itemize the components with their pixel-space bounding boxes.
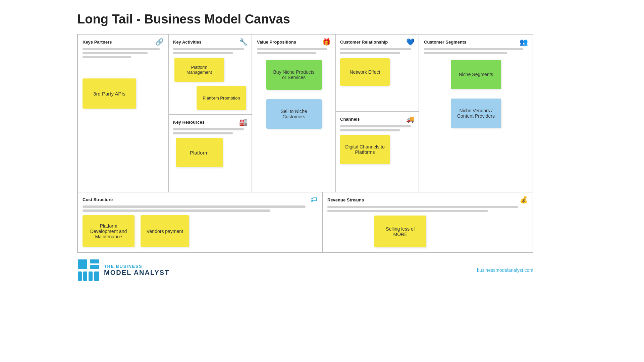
cost-icon: 🏷 bbox=[311, 196, 317, 203]
customer-rel-col: Customer Relationship 💙 Network Effect bbox=[336, 35, 419, 192]
line bbox=[173, 132, 233, 134]
key-resources-lines bbox=[173, 128, 248, 134]
keys-partners-title: Keys Partners bbox=[83, 40, 112, 45]
cost-structure-header: Cost Structure 🏷 bbox=[83, 196, 317, 203]
customer-rel-icon: 💙 bbox=[406, 38, 415, 46]
svg-rect-4 bbox=[83, 272, 87, 281]
svg-rect-0 bbox=[78, 259, 87, 269]
activities-icon: 🔧 bbox=[239, 38, 248, 46]
note-platform: Platform bbox=[176, 138, 223, 167]
cost-structure-cell: Cost Structure 🏷 Platform Development an… bbox=[78, 192, 323, 252]
svg-rect-1 bbox=[90, 259, 99, 263]
value-propositions-header: Value Propositions 🎁 bbox=[257, 38, 331, 46]
customer-rel-title: Customer Relationship bbox=[340, 40, 388, 45]
partners-icon: 🔗 bbox=[155, 38, 164, 46]
line bbox=[327, 210, 488, 212]
svg-rect-3 bbox=[78, 272, 82, 281]
note-digital-channels: Digital Channels to Platforms bbox=[340, 135, 390, 164]
cost-structure-lines bbox=[83, 205, 317, 212]
note-niche-vendors: Niche Vendors / Content Providers bbox=[451, 99, 501, 128]
channels-icon: 🚚 bbox=[406, 115, 415, 123]
note-selling-less: Selling less of MORE bbox=[374, 216, 426, 247]
line bbox=[424, 52, 507, 54]
revenue-streams-header: Revenue Streams 💰 bbox=[327, 196, 528, 204]
note-platform-management: Platform Management bbox=[174, 58, 224, 82]
customer-segments-notes: Niche Segments Niche Vendors / Content P… bbox=[424, 60, 528, 128]
svg-rect-6 bbox=[94, 272, 99, 281]
note-niche-segments: Niche Segments bbox=[451, 60, 501, 89]
note-sell-niche: Sell to Niche Customers bbox=[266, 99, 322, 129]
channels-header: Channels 🚚 bbox=[340, 115, 415, 123]
keys-partners-lines bbox=[83, 48, 164, 58]
svg-rect-5 bbox=[89, 272, 93, 281]
customer-rel-lines bbox=[340, 48, 415, 54]
key-resources-header: Key Resources 🏭 bbox=[173, 118, 248, 126]
line bbox=[83, 209, 270, 212]
key-activities-col: Key Activities 🔧 Platform Management bbox=[169, 35, 252, 192]
canvas-grid: Keys Partners 🔗 3rd Party APIs bbox=[78, 35, 533, 252]
key-activities-header: Key Activities 🔧 bbox=[173, 38, 248, 46]
cost-structure-notes: Platform Development and Maintenance Ven… bbox=[83, 215, 317, 247]
note-3rd-party-apis: 3rd Party APIs bbox=[83, 78, 136, 109]
customer-rel-header: Customer Relationship 💙 bbox=[340, 38, 415, 46]
revenue-streams-lines bbox=[327, 206, 528, 212]
note-platform-dev: Platform Development and Maintenance bbox=[83, 215, 135, 247]
logo-line2: MODEL ANALYST bbox=[104, 269, 169, 277]
customer-rel-notes: Network Effect bbox=[340, 58, 415, 86]
key-activities-notes: Platform Management Platform Promotion bbox=[173, 58, 248, 110]
line bbox=[257, 52, 316, 54]
line bbox=[327, 206, 518, 208]
svg-rect-2 bbox=[90, 265, 99, 269]
line bbox=[257, 48, 327, 50]
customer-segments-title: Customer Segments bbox=[424, 40, 466, 45]
line bbox=[83, 48, 160, 50]
cost-structure-title: Cost Structure bbox=[83, 197, 113, 202]
note-platform-promotion: Platform Promotion bbox=[197, 86, 246, 110]
line bbox=[83, 56, 131, 58]
line bbox=[173, 52, 233, 54]
key-activities-title: Key Activities bbox=[173, 40, 202, 45]
line bbox=[340, 125, 411, 127]
revenue-streams-cell: Revenue Streams 💰 Selling less of MORE bbox=[323, 192, 533, 252]
note-network-effect: Network Effect bbox=[340, 58, 390, 86]
line bbox=[173, 128, 244, 130]
customer-segments-lines bbox=[424, 48, 528, 54]
keys-partners-header: Keys Partners 🔗 bbox=[83, 38, 164, 46]
customer-segments-cell: Customer Segments 👥 Niche Segments Niche… bbox=[419, 35, 533, 192]
line bbox=[340, 52, 400, 54]
line bbox=[424, 48, 523, 50]
footer: THE BUSINESS MODEL ANALYST businessmodel… bbox=[77, 259, 533, 282]
value-propositions-title: Value Propositions bbox=[257, 40, 296, 45]
value-icon: 🎁 bbox=[322, 38, 331, 46]
line bbox=[340, 129, 400, 131]
line bbox=[83, 52, 148, 54]
value-propositions-cell: Value Propositions 🎁 Buy Niche Products … bbox=[252, 35, 336, 192]
customer-rel-top: Customer Relationship 💙 Network Effect bbox=[336, 35, 419, 112]
line bbox=[340, 48, 411, 50]
key-resources-bottom: Key Resources 🏭 Platform bbox=[169, 115, 252, 192]
page-title: Long Tail - Business Model Canvas bbox=[77, 12, 567, 26]
value-propositions-lines bbox=[257, 48, 331, 54]
note-vendors-payment: Vendors payment bbox=[141, 215, 189, 247]
key-activities-lines bbox=[173, 48, 248, 54]
footer-url: businessmodelanalyst.com bbox=[477, 267, 533, 273]
key-resources-title: Key Resources bbox=[173, 120, 205, 125]
value-propositions-notes: Buy Niche Products or Services Sell to N… bbox=[257, 60, 331, 129]
keys-partners-cell: Keys Partners 🔗 3rd Party APIs bbox=[78, 35, 169, 192]
channels-notes: Digital Channels to Platforms bbox=[340, 135, 415, 164]
key-resources-notes: Platform bbox=[173, 138, 248, 167]
top-row: Keys Partners 🔗 3rd Party APIs bbox=[78, 35, 533, 192]
logo-text-block: THE BUSINESS MODEL ANALYST bbox=[104, 264, 169, 277]
customer-segments-icon: 👥 bbox=[520, 38, 528, 46]
logo-line1: THE BUSINESS bbox=[104, 264, 169, 269]
revenue-streams-notes: Selling less of MORE bbox=[374, 216, 528, 247]
key-activities-top: Key Activities 🔧 Platform Management bbox=[169, 35, 252, 115]
canvas: Keys Partners 🔗 3rd Party APIs bbox=[77, 34, 533, 253]
footer-logo: THE BUSINESS MODEL ANALYST bbox=[77, 259, 169, 282]
partners-notes: 3rd Party APIs bbox=[83, 78, 164, 109]
logo-icon bbox=[77, 259, 100, 282]
revenue-icon: 💰 bbox=[520, 196, 528, 204]
channels-bottom: Channels 🚚 Digital Channels to Platforms bbox=[336, 112, 419, 192]
resources-icon: 🏭 bbox=[239, 118, 248, 126]
customer-segments-header: Customer Segments 👥 bbox=[424, 38, 528, 46]
